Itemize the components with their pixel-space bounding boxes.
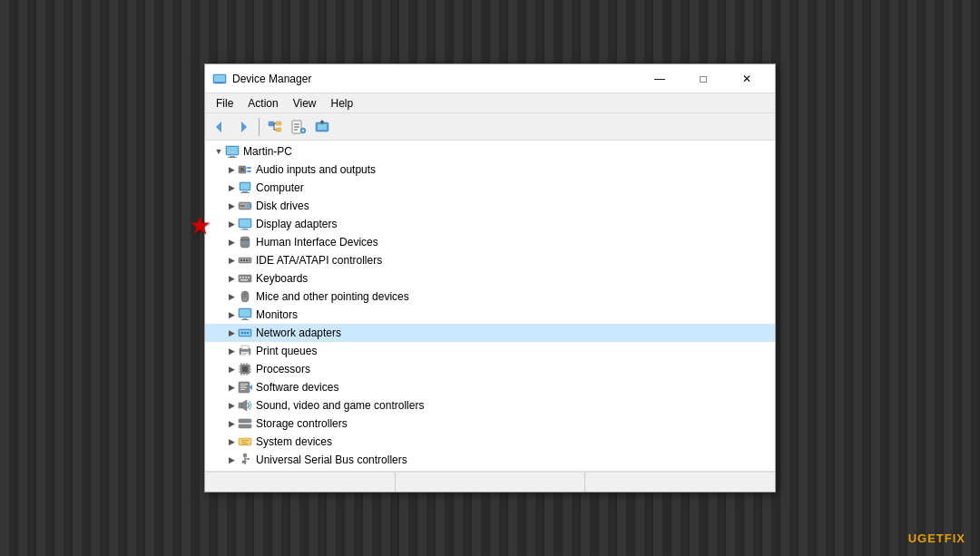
status-section-3 bbox=[585, 473, 775, 492]
software-icon bbox=[238, 380, 252, 395]
svg-point-46 bbox=[247, 242, 249, 244]
tree-disk[interactable]: ▶ Disk drives bbox=[205, 197, 775, 215]
svg-rect-72 bbox=[241, 346, 249, 349]
close-button[interactable]: ✕ bbox=[726, 64, 768, 93]
hid-expand[interactable]: ▶ bbox=[225, 236, 238, 249]
svg-rect-5 bbox=[269, 122, 274, 126]
update-button[interactable] bbox=[311, 116, 333, 138]
disk-label: Disk drives bbox=[256, 200, 309, 212]
svg-rect-49 bbox=[240, 259, 242, 261]
svg-marker-4 bbox=[241, 122, 247, 132]
tree-system[interactable]: ▶ System devices bbox=[205, 433, 775, 451]
menu-help[interactable]: Help bbox=[324, 95, 361, 112]
device-manager-window: Device Manager — □ ✕ File Action View He… bbox=[204, 63, 776, 493]
software-expand[interactable]: ▶ bbox=[225, 381, 238, 394]
network-label: Network adapters bbox=[256, 327, 341, 339]
tree-ide[interactable]: ▶ IDE ATA/ATAPI controllers bbox=[205, 251, 775, 269]
svg-rect-58 bbox=[240, 279, 248, 281]
system-expand[interactable]: ▶ bbox=[225, 435, 238, 448]
svg-rect-54 bbox=[240, 277, 241, 278]
svg-rect-56 bbox=[245, 277, 247, 278]
tree-usb[interactable]: ▶ Universal Serial Bus controllers bbox=[205, 451, 775, 469]
storage-expand[interactable]: ▶ bbox=[225, 417, 238, 430]
svg-point-36 bbox=[248, 205, 250, 207]
svg-rect-21 bbox=[227, 147, 238, 154]
tree-keyboard[interactable]: ▶ Keyboards bbox=[205, 269, 775, 288]
software-label: Software devices bbox=[256, 381, 338, 394]
minimize-button[interactable]: — bbox=[639, 64, 681, 93]
svg-rect-93 bbox=[240, 387, 247, 388]
svg-rect-57 bbox=[248, 277, 250, 278]
tree-view-button[interactable] bbox=[264, 116, 286, 138]
computer-icon bbox=[225, 144, 240, 159]
keyboard-icon bbox=[238, 271, 252, 286]
tree-print[interactable]: ▶ Print queues bbox=[205, 342, 775, 360]
svg-rect-19 bbox=[318, 124, 327, 130]
audio-expand[interactable]: ▶ bbox=[225, 163, 238, 176]
tree-software[interactable]: ▶ Software devices bbox=[205, 378, 775, 396]
computer-expand[interactable]: ▶ bbox=[225, 181, 238, 194]
status-section-2 bbox=[396, 473, 586, 492]
tree-network[interactable]: ▶ Network adapters bbox=[205, 324, 775, 342]
tree-hid[interactable]: ▶ Human Interface Devices bbox=[205, 233, 775, 251]
tree-computer[interactable]: ▶ Computer bbox=[205, 179, 775, 197]
tree-processors[interactable]: ▶ Proces bbox=[205, 360, 775, 378]
hid-icon bbox=[238, 235, 252, 249]
tree-root[interactable]: ▼ Martin-PC bbox=[205, 142, 775, 161]
svg-rect-55 bbox=[242, 277, 244, 278]
svg-rect-109 bbox=[242, 461, 246, 463]
network-icon bbox=[238, 326, 252, 340]
processors-expand[interactable]: ▶ bbox=[225, 363, 238, 376]
monitors-expand[interactable]: ▶ bbox=[225, 308, 238, 321]
display-icon bbox=[238, 217, 252, 231]
computer-label: Computer bbox=[256, 181, 304, 194]
svg-rect-27 bbox=[247, 167, 251, 169]
tree-mice[interactable]: ▶ Mice and other pointing devices bbox=[205, 288, 775, 306]
usb-expand[interactable]: ▶ bbox=[225, 454, 238, 466]
svg-rect-53 bbox=[239, 275, 251, 282]
ide-expand[interactable]: ▶ bbox=[225, 254, 238, 267]
mice-icon bbox=[238, 289, 252, 304]
storage-icon bbox=[238, 416, 252, 431]
tree-monitors[interactable]: ▶ Monitors bbox=[205, 306, 775, 324]
svg-point-100 bbox=[249, 420, 250, 422]
toolbar-separator-1 bbox=[259, 118, 260, 136]
properties-button[interactable] bbox=[288, 116, 309, 138]
svg-rect-91 bbox=[240, 384, 248, 385]
print-expand[interactable]: ▶ bbox=[225, 345, 238, 357]
system-label: System devices bbox=[256, 435, 332, 448]
root-expand[interactable]: ▼ bbox=[212, 145, 225, 158]
device-tree[interactable]: ▼ Martin-PC ▶ bbox=[205, 141, 775, 472]
window-title: Device Manager bbox=[232, 73, 639, 85]
sound-expand[interactable]: ▶ bbox=[225, 399, 238, 412]
forward-button[interactable] bbox=[232, 116, 254, 138]
svg-rect-39 bbox=[240, 219, 250, 227]
svg-rect-51 bbox=[246, 259, 248, 261]
svg-marker-97 bbox=[242, 400, 247, 411]
back-button[interactable] bbox=[209, 116, 230, 138]
disk-expand[interactable]: ▶ bbox=[225, 200, 238, 212]
display-expand[interactable]: ▶ bbox=[225, 218, 238, 230]
svg-rect-30 bbox=[240, 183, 250, 190]
maximize-button[interactable]: □ bbox=[682, 64, 724, 93]
print-label: Print queues bbox=[256, 345, 317, 357]
watermark-highlight: FIX bbox=[945, 532, 965, 545]
svg-point-61 bbox=[244, 298, 247, 301]
disk-icon bbox=[238, 199, 252, 213]
tree-display[interactable]: ▶ Display adapters bbox=[205, 215, 775, 233]
mice-expand[interactable]: ▶ bbox=[225, 290, 238, 303]
svg-point-107 bbox=[243, 454, 247, 457]
menu-action[interactable]: Action bbox=[240, 95, 285, 112]
tree-sound[interactable]: ▶ Sound, video and game controllers bbox=[205, 396, 775, 415]
svg-rect-68 bbox=[241, 332, 243, 334]
tree-audio[interactable]: ▶ Audio inputs and outputs bbox=[205, 161, 775, 179]
svg-point-45 bbox=[244, 242, 246, 244]
svg-rect-106 bbox=[241, 444, 248, 444]
tree-storage[interactable]: ▶ Storage controllers bbox=[205, 415, 775, 433]
network-expand[interactable]: ▶ bbox=[225, 327, 238, 339]
keyboard-expand[interactable]: ▶ bbox=[225, 272, 238, 285]
menu-view[interactable]: View bbox=[286, 95, 324, 112]
title-bar: Device Manager — □ ✕ bbox=[205, 64, 775, 93]
menu-file[interactable]: File bbox=[209, 95, 240, 112]
svg-rect-43 bbox=[240, 239, 250, 240]
